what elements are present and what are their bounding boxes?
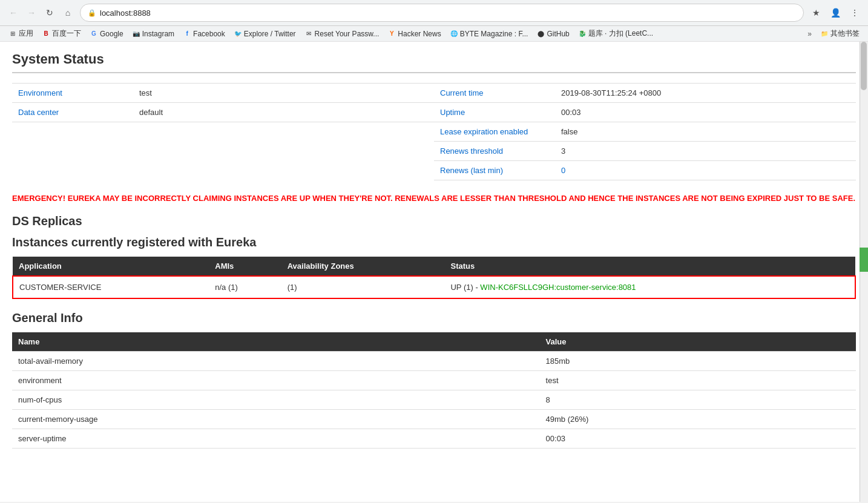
bookmark-more-button[interactable]: » bbox=[804, 28, 815, 39]
table-row: current-memory-usage49mb (26%) bbox=[12, 409, 856, 429]
browser-toolbar: ← → ↻ ⌂ 🔒 localhost:8888 ★ 👤 ⋮ bbox=[0, 0, 868, 26]
col-name: Name bbox=[12, 332, 540, 352]
status-right-table: Current time 2019-08-30T11:25:24 +0800 U… bbox=[434, 83, 856, 180]
hackernews-icon: Y bbox=[387, 30, 396, 38]
general-info-value: test bbox=[540, 370, 856, 390]
renews-last-min-value: 0 bbox=[555, 161, 856, 180]
status-left-table: Environment test Data center default bbox=[12, 83, 434, 122]
table-row: Current time 2019-08-30T11:25:24 +0800 bbox=[434, 84, 856, 103]
table-row: Renews (last min) 0 bbox=[434, 161, 856, 180]
general-info-value: 00:03 bbox=[540, 429, 856, 448]
bookmark-hacker-news[interactable]: Y Hacker News bbox=[384, 28, 444, 39]
byte-magazine-icon: 🌐 bbox=[450, 30, 458, 38]
leetcode-icon: 🐉 bbox=[578, 30, 587, 38]
browser-chrome: ← → ↻ ⌂ 🔒 localhost:8888 ★ 👤 ⋮ ⊞ 应用 B 百度… bbox=[0, 0, 868, 42]
email-icon: ✉ bbox=[304, 30, 313, 38]
bookmark-instagram-label: Instagram bbox=[142, 30, 174, 38]
facebook-icon: f bbox=[183, 30, 191, 38]
profile-button[interactable]: 👤 bbox=[827, 4, 844, 21]
table-row: Uptime 00:03 bbox=[434, 103, 856, 122]
general-info-name: current-memory-usage bbox=[12, 409, 540, 429]
home-button[interactable]: ⌂ bbox=[59, 4, 76, 21]
google-icon: G bbox=[90, 30, 98, 38]
table-row: Renews threshold 3 bbox=[434, 142, 856, 161]
forward-button[interactable]: → bbox=[23, 4, 40, 21]
reload-button[interactable]: ↻ bbox=[41, 4, 58, 21]
bookmark-github[interactable]: ⬤ GitHub bbox=[533, 28, 573, 39]
bookmark-apps[interactable]: ⊞ 应用 bbox=[5, 27, 37, 40]
general-info-heading: General Info bbox=[12, 311, 856, 325]
general-info-name: num-of-cpus bbox=[12, 390, 540, 409]
table-row: num-of-cpus8 bbox=[12, 390, 856, 409]
status-left: Environment test Data center default bbox=[12, 83, 434, 180]
lease-expiration-label: Lease expiration enabled bbox=[434, 122, 555, 142]
emergency-message: EMERGENCY! EUREKA MAY BE INCORRECTLY CLA… bbox=[12, 192, 856, 205]
bookmark-reset-password[interactable]: ✉ Reset Your Passw... bbox=[301, 28, 383, 39]
status-right: Current time 2019-08-30T11:25:24 +0800 U… bbox=[434, 83, 856, 180]
bookmark-google-label: Google bbox=[100, 30, 123, 38]
instagram-icon: 📷 bbox=[132, 30, 140, 38]
back-button[interactable]: ← bbox=[5, 4, 22, 21]
instances-heading: Instances currently registered with Eure… bbox=[12, 235, 856, 249]
col-amis: AMIs bbox=[209, 257, 281, 276]
scrollbar-thumb bbox=[861, 42, 867, 90]
instances-section: Instances currently registered with Eure… bbox=[12, 235, 856, 299]
lease-expiration-value: false bbox=[555, 122, 856, 142]
address-bar[interactable]: 🔒 localhost:8888 bbox=[80, 4, 804, 22]
general-info-value: 185mb bbox=[540, 351, 856, 370]
page-content: System Status Environment test Data cent… bbox=[0, 42, 868, 502]
nav-buttons: ← → ↻ ⌂ bbox=[5, 4, 76, 21]
bookmarks-bar: ⊞ 应用 B 百度一下 G Google 📷 Instagram f Faceb… bbox=[0, 26, 868, 42]
bookmark-byte-magazine-label: BYTE Magazine : F... bbox=[460, 30, 528, 38]
scrollbar[interactable] bbox=[860, 42, 868, 502]
general-info-name: server-uptime bbox=[12, 429, 540, 448]
bookmark-leetcode[interactable]: 🐉 题库 · 力扣 (LeetC... bbox=[574, 27, 657, 40]
page-title: System Status bbox=[12, 51, 856, 73]
bookmark-instagram[interactable]: 📷 Instagram bbox=[128, 28, 178, 39]
bookmark-github-label: GitHub bbox=[547, 30, 569, 38]
table-row: Data center default bbox=[12, 103, 434, 122]
bookmark-hacker-news-label: Hacker News bbox=[398, 30, 441, 38]
table-row: Lease expiration enabled false bbox=[434, 122, 856, 142]
table-row: environmenttest bbox=[12, 370, 856, 390]
bookmark-twitter-label: Explore / Twitter bbox=[244, 30, 296, 38]
instance-availability-zones: (1) bbox=[281, 276, 445, 298]
general-info-table: Name Value total-avail-memory185mbenviro… bbox=[12, 332, 856, 449]
bookmark-star-button[interactable]: ★ bbox=[807, 4, 824, 21]
bookmark-other[interactable]: 📁 其他书签 bbox=[817, 27, 863, 40]
table-row: CUSTOMER-SERVICE n/a (1) (1) UP (1) - WI… bbox=[13, 276, 855, 298]
table-header-row: Application AMIs Availability Zones Stat… bbox=[13, 257, 855, 276]
bookmark-byte-magazine[interactable]: 🌐 BYTE Magazine : F... bbox=[446, 28, 532, 39]
more-options-button[interactable]: ⋮ bbox=[846, 4, 863, 21]
twitter-icon: 🐦 bbox=[234, 30, 242, 38]
github-icon: ⬤ bbox=[536, 30, 545, 38]
instance-service-link[interactable]: WIN-KC6FSLLC9GH:customer-service:8081 bbox=[480, 283, 636, 292]
scrollbar-green-indicator bbox=[860, 248, 868, 272]
env-label: Environment bbox=[12, 84, 133, 103]
address-text: localhost:8888 bbox=[100, 8, 796, 18]
bookmark-apps-label: 应用 bbox=[19, 28, 33, 39]
toolbar-actions: ★ 👤 ⋮ bbox=[807, 4, 863, 21]
general-table-header-row: Name Value bbox=[12, 332, 856, 352]
general-info-section: General Info Name Value total-avail-memo… bbox=[12, 311, 856, 449]
bookmark-more-label: » bbox=[807, 30, 812, 38]
uptime-value: 00:03 bbox=[555, 103, 856, 122]
datacenter-label: Data center bbox=[12, 103, 133, 122]
bookmark-google[interactable]: G Google bbox=[86, 28, 127, 39]
uptime-label: Uptime bbox=[434, 103, 555, 122]
lock-icon: 🔒 bbox=[88, 9, 96, 17]
status-up-prefix: UP (1) - bbox=[450, 283, 480, 292]
bookmark-facebook[interactable]: f Facebook bbox=[179, 28, 229, 39]
bookmark-baidu[interactable]: B 百度一下 bbox=[38, 27, 85, 40]
renews-threshold-label: Renews threshold bbox=[434, 142, 555, 161]
ds-replicas-heading: DS Replicas bbox=[12, 214, 856, 228]
col-value: Value bbox=[540, 332, 856, 352]
env-value: test bbox=[133, 84, 434, 103]
instance-application: CUSTOMER-SERVICE bbox=[13, 276, 209, 298]
renews-threshold-value: 3 bbox=[555, 142, 856, 161]
general-info-name: environment bbox=[12, 370, 540, 390]
instance-amis: n/a (1) bbox=[209, 276, 281, 298]
datacenter-value: default bbox=[133, 103, 434, 122]
renews-last-min-label: Renews (last min) bbox=[434, 161, 555, 180]
bookmark-twitter[interactable]: 🐦 Explore / Twitter bbox=[230, 28, 300, 39]
